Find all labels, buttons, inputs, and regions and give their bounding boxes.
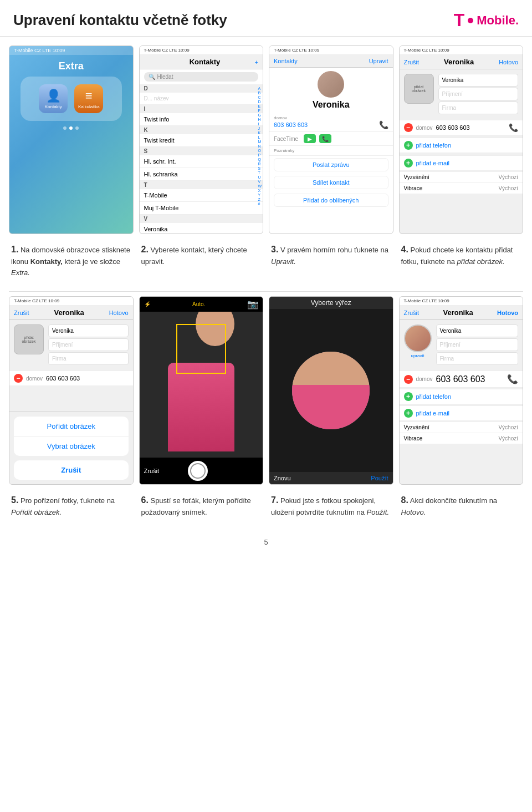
surname-field[interactable]: Příjmení [438, 88, 519, 100]
camera-flash-icon[interactable]: ⚡ [144, 301, 151, 307]
step2-number: 2. [141, 245, 149, 254]
shutter-button[interactable] [188, 461, 208, 481]
logo-t: T [454, 10, 465, 31]
list-item[interactable]: Muj T-Mobile [140, 202, 263, 215]
screen8-done-btn[interactable]: Hotovo [497, 309, 518, 316]
screen5-remove-phone[interactable]: − [14, 374, 23, 383]
screen8-ringtone-row[interactable]: Vyzvánění Výchozí [400, 422, 523, 433]
screen8-add-email: + přidat e-mail [400, 405, 523, 421]
crop-title: Vyberte výřez [269, 297, 393, 309]
remove-phone-button[interactable]: − [404, 123, 413, 132]
list-item[interactable]: T-Mobile [140, 189, 263, 202]
znovu-button[interactable]: Znovu [274, 475, 291, 481]
screen5-add-photo[interactable]: přidat obrázek [14, 324, 44, 354]
add-to-favorites-button[interactable]: Přidat do oblíbených [274, 194, 388, 207]
screen8-phone-row: − domov 603 603 603 📞 [400, 371, 523, 388]
screen5-done-btn[interactable]: Hotovo [109, 309, 129, 316]
screen3-contact-detail: T-Mobile CZ LTE 10:09 Kontakty Upravit V… [269, 45, 393, 234]
phone-field-row: domov 603 603 603 📞 [269, 113, 393, 132]
screen8-phone-number[interactable]: 603 603 603 [436, 374, 485, 384]
facetime-label: FaceTime [274, 136, 298, 142]
calculator-app-icon[interactable]: ≡ Kalkulačka [74, 84, 103, 113]
alpha-index[interactable]: ABCDEFGHIJKLMNOPQRSTUVWXYZ# [258, 84, 262, 206]
share-contact-button[interactable]: Sdílet kontakt [274, 176, 388, 189]
screen5-surname[interactable]: Příjmení [48, 338, 129, 351]
call-icon[interactable]: 📞 [379, 120, 388, 129]
screen8-remove-phone[interactable]: − [404, 375, 413, 384]
instructions-row-1: 1. Na domovské obrazovce stisknete ikonu… [0, 240, 532, 281]
screen5-cancel-btn[interactable]: Zrušit [14, 309, 29, 316]
screen8-cancel-btn[interactable]: Zrušit [404, 309, 420, 316]
screen8-add-email-label[interactable]: přidat e-mail [416, 410, 450, 417]
ringtone-label: Vyzvánění [404, 174, 429, 180]
ringtone-row[interactable]: Vyzvánění Výchozí [400, 172, 523, 183]
phone-call-icon[interactable]: 📞 [509, 123, 518, 132]
screen8-ringtone-label: Vyzvánění [404, 424, 429, 430]
contacts-app-icon[interactable]: 👤 Kontakty [39, 84, 68, 113]
camera-bottom-bar: Zrušit [140, 458, 263, 484]
list-item[interactable]: Hl. schranka [140, 168, 263, 181]
camera-subject [168, 318, 234, 451]
facetime-icons: ▶ 📞 [304, 134, 331, 143]
add-email-button[interactable]: + [404, 159, 413, 168]
screen8-add-email-btn[interactable]: + [404, 409, 413, 418]
screen8-company[interactable]: Firma [436, 352, 519, 365]
crop-circle[interactable] [292, 352, 370, 429]
contact-detail-nav: Kontakty Upravit [269, 55, 393, 68]
screen8-firstname[interactable]: Veronika [436, 324, 519, 337]
crop-preview [269, 309, 393, 472]
screen8-vibration-row[interactable]: Vibrace Výchozí [400, 433, 523, 444]
add-contact-button[interactable]: + [255, 59, 258, 65]
send-message-button[interactable]: Poslat zprávu [274, 158, 388, 171]
edit-photo-label[interactable]: upravit [411, 353, 424, 358]
poridit-button[interactable]: Pořídit obrázek [14, 417, 129, 437]
add-photo-button[interactable]: přidat obrázek [404, 74, 434, 104]
phone-number-field[interactable]: 603 603 603 [436, 124, 470, 131]
screen5-company[interactable]: Firma [48, 352, 129, 365]
name-field[interactable]: Veronika [438, 74, 519, 87]
instruction-7: 7. Pokud jste s fotkou spokojeni, uložen… [269, 490, 393, 521]
list-item[interactable]: Twist info [140, 113, 263, 126]
list-item[interactable]: D... název [140, 93, 263, 105]
camera-switch-icon[interactable]: 📷 [247, 299, 258, 309]
add-phone-label[interactable]: přidat telefon [416, 142, 452, 149]
page-dot-active [69, 126, 73, 130]
edit-button[interactable]: Upravit [369, 58, 388, 64]
zrusit-button[interactable]: Zrušit [14, 460, 129, 480]
search-bar[interactable]: 🔍 Hledat [144, 72, 259, 82]
done-button[interactable]: Hotovo [499, 59, 518, 65]
phone-value[interactable]: 603 603 603 [274, 121, 308, 128]
cancel-button[interactable]: Zrušit [404, 59, 420, 65]
instruction-1: 1. Na domovské obrazovce stisknete ikonu… [9, 240, 134, 281]
screen5-edit-area: přidat obrázek Veronika Příjmení Firma [9, 320, 133, 369]
list-item[interactable]: Hl. schr. Int. [140, 155, 263, 168]
screen5-status-bar: T-Mobile CZ LTE 10:09 [9, 297, 133, 306]
top-screenshot-row: T-Mobile CZ LTE 10:09 Extra 👤 Kontakty ≡… [0, 45, 532, 234]
screen5-firstname[interactable]: Veronika [48, 324, 129, 337]
screen5-phone-number[interactable]: 603 603 603 [46, 375, 80, 382]
company-field[interactable]: Firma [438, 101, 519, 114]
list-item-veronika[interactable]: Veronika [140, 223, 263, 234]
pouzit-button[interactable]: Použít [371, 475, 388, 481]
screen8-add-phone-btn[interactable]: + [404, 392, 413, 401]
back-button[interactable]: Kontakty [274, 58, 298, 64]
facetime-video-icon[interactable]: ▶ [304, 134, 316, 143]
screen5-photo-options: T-Mobile CZ LTE 10:09 Zrušit Veronika Ho… [9, 296, 134, 485]
vibration-row[interactable]: Vibrace Výchozí [400, 183, 523, 194]
instructions-row-2: 5. Pro pořízení fotky, ťuknete na Pořídi… [0, 490, 532, 521]
camera-cancel-btn[interactable]: Zrušit [144, 468, 160, 474]
vybrat-button[interactable]: Vybrat obrázek [14, 437, 129, 456]
list-item[interactable]: Twist kredit [140, 134, 263, 147]
screen8-surname[interactable]: Příjmení [436, 338, 519, 351]
facetime-audio-icon[interactable]: 📞 [319, 134, 331, 143]
screen8-call-icon[interactable]: 📞 [507, 374, 518, 384]
screen8-name-fields: Veronika Příjmení Firma [436, 324, 519, 365]
screen2-status-bar: T-Mobile CZ LTE 10:09 [140, 46, 263, 55]
screen8-add-phone-label[interactable]: přidat telefon [416, 393, 452, 400]
camera-preview [140, 312, 263, 458]
add-email-label[interactable]: přidat e-mail [416, 160, 450, 166]
folder-contents: 👤 Kontakty ≡ Kalkulačka [21, 77, 122, 121]
add-phone-button[interactable]: + [404, 141, 413, 150]
screen5-phone-label: domov [26, 375, 43, 382]
contact-header: Veronika [269, 68, 393, 113]
